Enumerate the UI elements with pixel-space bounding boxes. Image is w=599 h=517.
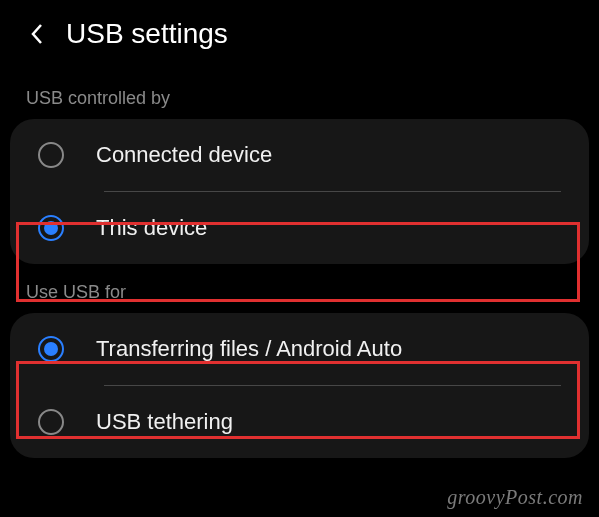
radio-icon-selected: [38, 215, 64, 241]
card-controlled-by: Connected device This device: [10, 119, 589, 264]
radio-icon: [38, 142, 64, 168]
section-label-controlled-by: USB controlled by: [0, 70, 599, 119]
option-label: USB tethering: [96, 409, 233, 435]
watermark: groovyPost.com: [447, 486, 583, 509]
page-title: USB settings: [66, 18, 228, 50]
radio-icon: [38, 409, 64, 435]
radio-icon-selected: [38, 336, 64, 362]
option-connected-device[interactable]: Connected device: [10, 119, 589, 191]
back-icon[interactable]: [28, 20, 46, 48]
card-use-for: Transferring files / Android Auto USB te…: [10, 313, 589, 458]
option-transferring-files[interactable]: Transferring files / Android Auto: [10, 313, 589, 385]
option-label: Connected device: [96, 142, 272, 168]
header: USB settings: [0, 0, 599, 70]
section-label-use-for: Use USB for: [0, 264, 599, 313]
option-usb-tethering[interactable]: USB tethering: [10, 386, 589, 458]
option-label: This device: [96, 215, 207, 241]
option-this-device[interactable]: This device: [10, 192, 589, 264]
option-label: Transferring files / Android Auto: [96, 336, 402, 362]
